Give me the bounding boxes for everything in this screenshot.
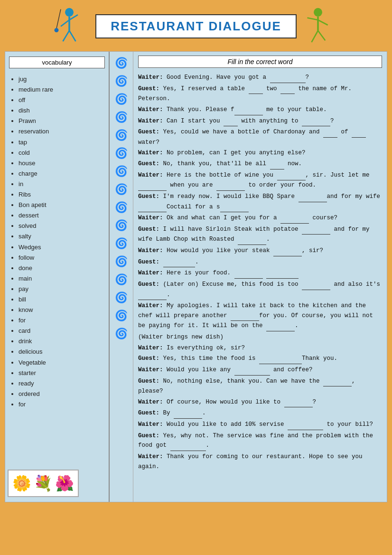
spiral-icon: 🌀 — [115, 238, 128, 249]
vocabulary-column: vocabulary jug medium rare off dish Praw… — [5, 52, 110, 502]
list-item: ready — [19, 378, 105, 389]
speaker-waiter-4: Waiter: — [138, 150, 163, 156]
svg-line-11 — [318, 20, 328, 25]
speaker-waiter-1: Waiter: — [138, 74, 163, 81]
blank-20 — [163, 257, 196, 268]
spiral-icon: 🌀 — [115, 94, 128, 104]
dialogue-line-17: (Waiter brings new dish) — [138, 332, 382, 342]
dialogue-line-16: Waiter: My apologies. I will take it bac… — [138, 301, 382, 331]
speaker-waiter-10: Waiter: — [138, 345, 163, 351]
speaker-waiter-2: Waiter: — [138, 106, 163, 113]
red-flower-icon: 🌺 — [55, 474, 74, 492]
blank-31 — [174, 408, 202, 419]
spiral-icon: 🌀 — [115, 148, 128, 159]
spiral-icon: 🌀 — [115, 76, 128, 86]
blank-21 — [234, 268, 263, 279]
blank-27 — [259, 354, 302, 364]
list-item: pay — [19, 284, 105, 294]
speaker-guest-5: Guest: — [138, 226, 159, 233]
svg-point-7 — [55, 28, 59, 32]
speaker-waiter-3: Waiter: — [138, 118, 163, 124]
dialogue-line-4: Waiter: Can I start you with anything to… — [138, 116, 382, 127]
list-item: charge — [19, 169, 105, 179]
vocabulary-header: vocabulary — [9, 56, 105, 68]
blue-flower-icon: 💐 — [34, 474, 53, 492]
blank-11 — [138, 180, 167, 191]
blank-26 — [266, 321, 295, 331]
list-item: house — [19, 158, 105, 169]
blank-18 — [238, 235, 266, 245]
speaker-waiter-8: Waiter: — [138, 270, 163, 276]
page-wrapper: RESTAURANT DIALOGUE v — [5, 5, 387, 502]
speaker-guest-8: Guest: — [138, 355, 159, 362]
speaker-guest-7: Guest: — [138, 281, 159, 288]
speaker-guest-2: Guest: — [138, 129, 159, 135]
speaker-waiter-7: Waiter: — [138, 247, 163, 254]
main-content: vocabulary jug medium rare off dish Praw… — [5, 51, 387, 502]
dialogue-line-20: Waiter: Would you like any and coffee? — [138, 365, 382, 376]
svg-line-6 — [56, 9, 61, 29]
list-item: salty — [19, 231, 105, 242]
speaker-waiter-9: Waiter: — [138, 302, 163, 309]
dialogue-line-9: Guest: I'm ready now. I would like BBQ S… — [138, 192, 382, 212]
blank-28 — [234, 365, 270, 376]
figure-right — [301, 7, 339, 45]
list-item: ordered — [19, 389, 105, 399]
speaker-waiter-11: Waiter: — [138, 367, 163, 373]
blank-16 — [280, 213, 309, 224]
dialogue-line-13: Guest: . — [138, 257, 382, 268]
spiral-icon: 🌀 — [115, 292, 128, 303]
blank-9 — [270, 159, 284, 169]
vocabulary-list: jug medium rare off dish Prawn reservati… — [9, 74, 105, 410]
list-item: follow — [19, 253, 105, 263]
svg-line-5 — [69, 31, 76, 42]
flowers-decoration: 🌼 💐 🌺 — [8, 470, 79, 497]
blank-25 — [231, 311, 259, 321]
speaker-waiter-12: Waiter: — [138, 399, 163, 405]
speaker-waiter-14: Waiter: — [138, 453, 163, 460]
list-item: for — [19, 315, 105, 326]
blank-22 — [266, 268, 299, 279]
dialogue-line-24: Waiter: Would you like to add 10% servis… — [138, 420, 382, 430]
speaker-guest-3: Guest: — [138, 160, 159, 167]
svg-point-0 — [65, 8, 74, 17]
spiral-icon: 🌀 — [115, 202, 128, 213]
dialogue-text: Waiter: Good Evening. Have you got a ? G… — [138, 73, 382, 471]
dialogue-line-12: Waiter: How would you like your steak , … — [138, 246, 382, 256]
list-item: main — [19, 273, 105, 284]
dialogue-line-11: Guest: I will have Sirloin Steak with po… — [138, 225, 382, 245]
blank-33 — [170, 441, 206, 451]
blue-figure-svg — [53, 7, 86, 50]
spiral-icon: 🌀 — [115, 274, 128, 285]
dialogue-line-18: Waiter: Is everything ok, sir? — [138, 343, 382, 353]
blank-4 — [234, 105, 263, 115]
speaker-guest-6: Guest: — [138, 259, 159, 265]
speaker-guest-4: Guest: — [138, 193, 159, 200]
list-item: Bon apetit — [19, 200, 105, 210]
list-item: starter — [19, 368, 105, 378]
spiral-icon: 🌀 — [115, 310, 128, 321]
list-item: delicious — [19, 347, 105, 357]
blank-29 — [323, 376, 352, 387]
green-figure-svg — [301, 7, 335, 50]
speaker-guest-9: Guest: — [138, 378, 159, 385]
list-item: cold — [19, 148, 105, 158]
blank-2 — [249, 84, 263, 94]
blank-1 — [270, 73, 306, 83]
title-box: RESTAURANT DIALOGUE — [95, 14, 297, 38]
list-item: jug — [19, 74, 105, 85]
figure-left — [53, 7, 91, 45]
blank-7 — [323, 127, 337, 138]
dialogue-line-7: Guest: No, thank you, that'll be all now… — [138, 159, 382, 169]
dialogue-line-25: Guest: Yes, why not. The service was fin… — [138, 431, 382, 451]
blank-6 — [302, 116, 330, 127]
spiral-icon: 🌀 — [115, 58, 128, 68]
svg-point-8 — [314, 8, 322, 17]
dialogue-line-26: Waiter: Thank you for coming to our rest… — [138, 452, 382, 471]
blank-8 — [352, 127, 366, 138]
list-item: off — [19, 95, 105, 105]
dialogue-line-14: Waiter: Here is your food. — [138, 268, 382, 279]
spiral-icon: 🌀 — [115, 130, 128, 141]
blank-24 — [138, 290, 167, 301]
list-item: card — [19, 326, 105, 336]
